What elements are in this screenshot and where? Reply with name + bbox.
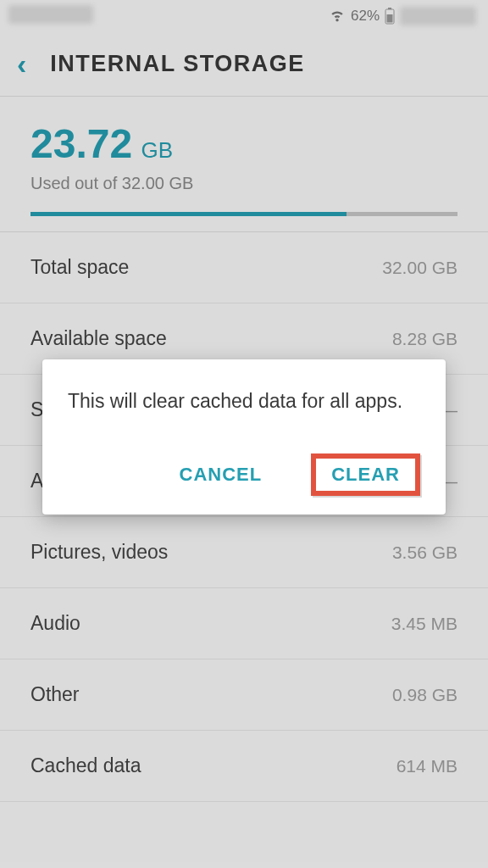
- clear-button[interactable]: CLEAR: [331, 464, 400, 486]
- cancel-button[interactable]: CANCEL: [168, 455, 274, 494]
- dialog-actions: CANCEL CLEAR: [68, 453, 420, 496]
- dialog-message: This will clear cached data for all apps…: [68, 387, 420, 416]
- annotation-highlight: CLEAR: [311, 453, 420, 496]
- confirm-dialog: This will clear cached data for all apps…: [42, 359, 446, 515]
